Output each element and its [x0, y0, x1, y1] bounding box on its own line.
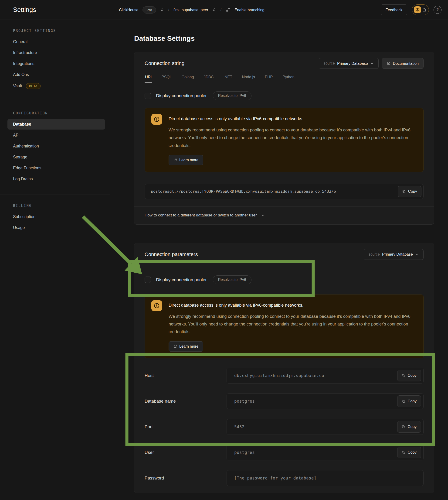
source-select[interactable]: source Primary Database [319, 58, 379, 69]
sidebar-item-subscription[interactable]: Subscription [7, 212, 105, 222]
copy-icon [402, 425, 405, 429]
ipv6-warning: Direct database access is only available… [144, 295, 424, 358]
connection-parameters-title: Connection parameters [144, 251, 198, 257]
tab-nodejs[interactable]: Node.js [241, 72, 256, 83]
param-row-host: Host db.cxhygiuitamxhniiddjm.supabase.co… [144, 368, 424, 383]
source-select-prefix: source [324, 61, 335, 66]
sidebar-item-storage[interactable]: Storage [7, 152, 105, 162]
file-icon [422, 7, 427, 12]
host-label: Host [144, 373, 226, 378]
password-placeholder: [The password for your database] [234, 476, 317, 481]
port-label: Port [144, 424, 226, 429]
sidebar-item-api[interactable]: API [7, 130, 105, 140]
alert-icon [151, 300, 162, 311]
sidebar-section-billing: BILLING Subscription Usage [0, 195, 110, 243]
copy-connection-string-button[interactable]: Copy [398, 186, 421, 197]
copy-icon [402, 450, 405, 454]
user-field[interactable]: postgres Copy [226, 445, 424, 460]
password-field[interactable]: [The password for your database] [226, 470, 424, 486]
connection-string-tabs: URI PSQL Golang JDBC .NET Node.js PHP Py… [134, 72, 434, 83]
alert-icon [151, 114, 162, 125]
host-field[interactable]: db.cxhygiuitamxhniiddjm.supabase.co Copy [226, 368, 424, 383]
alert-icon [414, 6, 421, 13]
database-name-field[interactable]: postgres Copy [226, 393, 424, 409]
section-label-project-settings: PROJECT SETTINGS [7, 29, 105, 33]
sidebar-item-usage[interactable]: Usage [7, 222, 105, 233]
warning-body: We strongly recommend using connection p… [169, 313, 417, 336]
external-link-icon [174, 345, 177, 348]
display-connection-pooler-checkbox[interactable] [144, 277, 151, 283]
sidebar-item-database[interactable]: Database [7, 119, 105, 130]
feedback-button[interactable]: Feedback [381, 4, 407, 15]
sidebar: Settings PROJECT SETTINGS General Infras… [0, 0, 110, 500]
sidebar-item-add-ons[interactable]: Add Ons [7, 69, 105, 80]
breadcrumb-project[interactable]: first_supabase_peer [174, 8, 208, 12]
sidebar-item-vault[interactable]: Vault BETA [7, 80, 105, 92]
external-link-icon [174, 158, 177, 162]
param-row-user: User postgres Copy [144, 445, 424, 460]
notification-badge[interactable] [412, 4, 429, 15]
copy-port-button[interactable]: Copy [397, 421, 421, 433]
chevron-down-icon [415, 252, 419, 256]
sidebar-item-log-drains[interactable]: Log Drains [7, 174, 105, 184]
copy-host-button[interactable]: Copy [397, 370, 421, 382]
display-connection-pooler-checkbox[interactable] [144, 93, 151, 99]
breadcrumb-separator: / [168, 7, 169, 12]
screen: Settings PROJECT SETTINGS General Infras… [0, 0, 448, 500]
pooler-label: Display connection pooler [156, 93, 207, 98]
pooler-row: Display connection pooler Resolves to IP… [134, 83, 434, 100]
breadcrumb-separator: / [220, 7, 222, 12]
copy-icon [402, 399, 405, 403]
sidebar-item-infrastructure[interactable]: Infrastructure [7, 48, 105, 58]
source-select-prefix: source [368, 252, 380, 256]
param-row-database-name: Database name postgres Copy [144, 393, 424, 409]
connect-help-disclosure[interactable]: How to connect to a different database o… [134, 206, 434, 224]
documentation-button[interactable]: Documentation [382, 58, 424, 69]
enable-branching-button[interactable]: Enable branching [235, 8, 264, 12]
sidebar-item-general[interactable]: General [7, 37, 105, 47]
tab-psql[interactable]: PSQL [161, 72, 172, 83]
external-link-icon [387, 62, 390, 65]
topbar: ClickHouse Pro / first_supabase_peer / E… [110, 0, 448, 20]
warning-title: Direct database access is only available… [169, 116, 417, 121]
app-title: Settings [13, 6, 36, 14]
chevrons-up-down-icon[interactable] [160, 8, 164, 12]
learn-more-button[interactable]: Learn more [169, 341, 203, 351]
connection-parameters-card: Connection parameters source Primary Dat… [134, 243, 434, 493]
help-icon[interactable]: ? [433, 6, 442, 14]
sidebar-item-integrations[interactable]: Integrations [7, 58, 105, 69]
main-content: Database Settings Connection string sour… [110, 20, 448, 500]
password-label: Password [144, 476, 226, 481]
sidebar-item-edge-functions[interactable]: Edge Functions [7, 163, 105, 173]
chevron-down-icon [261, 213, 265, 217]
user-value: postgres [234, 450, 255, 455]
param-row-port: Port 5432 Copy [144, 419, 424, 435]
copy-icon [402, 374, 405, 377]
copy-user-button[interactable]: Copy [397, 447, 421, 458]
chevrons-up-down-icon[interactable] [212, 8, 216, 12]
section-label-configuration: CONFIGURATION [7, 111, 105, 115]
param-row-password: Password [The password for your database… [144, 470, 424, 486]
tab-uri[interactable]: URI [144, 72, 152, 83]
user-label: User [144, 450, 226, 455]
tab-golang[interactable]: Golang [181, 72, 194, 83]
warning-body: We strongly recommend using connection p… [169, 126, 417, 149]
connection-string-field[interactable]: postgresql://postgres:[YOUR-PASSWORD]@db… [144, 184, 424, 199]
tab-php[interactable]: PHP [264, 72, 273, 83]
tab-dotnet[interactable]: .NET [223, 72, 233, 83]
connection-parameter-list: Host db.cxhygiuitamxhniiddjm.supabase.co… [134, 358, 434, 493]
sidebar-section-project-settings: PROJECT SETTINGS General Infrastructure … [0, 20, 110, 102]
port-field[interactable]: 5432 Copy [226, 419, 424, 435]
sidebar-section-configuration: CONFIGURATION Database API Authenticatio… [0, 102, 110, 195]
sidebar-item-authentication[interactable]: Authentication [7, 141, 105, 151]
copy-database-name-button[interactable]: Copy [397, 395, 421, 407]
tab-jdbc[interactable]: JDBC [203, 72, 214, 83]
tab-python[interactable]: Python [282, 72, 295, 83]
source-select[interactable]: source Primary Database [364, 249, 424, 260]
breadcrumb-org[interactable]: ClickHouse [119, 8, 138, 12]
beta-badge: BETA [26, 83, 41, 89]
resolves-to-ipv6-badge: Resolves to IPv6 [213, 275, 252, 284]
warning-title: Direct database access is only available… [169, 303, 417, 308]
learn-more-button[interactable]: Learn more [169, 155, 203, 165]
git-branch-icon [226, 7, 230, 12]
